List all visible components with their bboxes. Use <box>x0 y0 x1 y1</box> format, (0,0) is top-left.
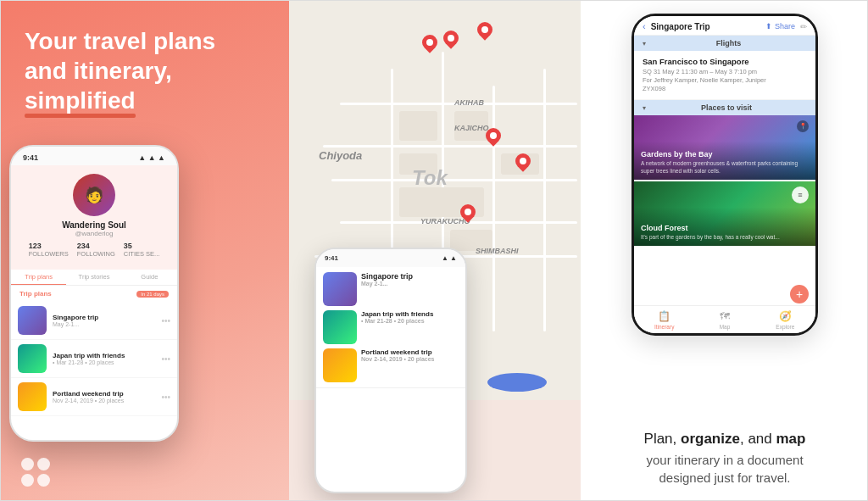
sub-line2: designed just for travel. <box>659 470 790 485</box>
trip-date-1: May 2-1... <box>53 321 155 327</box>
tagline-organize: organize <box>681 431 740 447</box>
place-pin-icon-1: 📍 <box>797 120 809 132</box>
phone-mockup-2: 9:41 ▲ ▲ Singapore trip May 2-1... Japan… <box>314 248 467 493</box>
trip-date-2: • Mar 21-28 • 20 places <box>53 359 155 365</box>
trip-name-1: Singapore trip <box>53 314 155 321</box>
phone2-trip-row: Singapore trip May 2-1... <box>323 272 459 306</box>
phone2-trip-info3: Portland weekend trip Nov 2-14, 2019 • 2… <box>361 348 435 382</box>
trip-info-2: Japan trip with friends • Mar 21-28 • 20… <box>53 352 155 365</box>
place-content-2: Cloud Forest It's part of the gardens by… <box>634 219 815 246</box>
trip-item-1[interactable]: Singapore trip May 2-1... ••• <box>11 302 177 340</box>
flight-ref: ZYX098 <box>643 85 807 92</box>
phone3-bottom-nav: 📋 Itinerary 🗺 Map 🧭 Explore <box>634 305 815 333</box>
phone2-trip-name2: Japan trip with friends <box>361 310 433 318</box>
phone2-trip-row3: Portland weekend trip Nov 2-14, 2019 • 2… <box>323 348 459 382</box>
logo-dot-3 <box>21 474 34 487</box>
headline-line2: and itinerary, <box>25 58 172 84</box>
trip-name-2: Japan trip with friends <box>53 352 155 359</box>
fab-button[interactable]: + <box>790 285 809 303</box>
phone2-trip-name3: Portland weekend trip <box>361 348 435 356</box>
headline-line3: simplified <box>25 86 136 115</box>
map-label-chiyoda: Chiyoda <box>319 149 362 162</box>
trip-date-3: Nov 2-14, 2019 • 20 places <box>53 398 155 404</box>
place-content-1: Gardens by the Bay A network of modern g… <box>634 145 815 180</box>
trip-name-3: Portland weekend trip <box>53 390 155 398</box>
phone3-container: ‹ Singapore Trip ⬆ Share ✏ ▾ Flights San… <box>581 1 868 340</box>
trip-info-3: Portland weekend trip Nov 2-14, 2019 • 2… <box>53 390 155 404</box>
cities-stat: 35 CITIES SE... <box>124 242 160 258</box>
edit-button[interactable]: ✏ <box>800 22 807 31</box>
phone-status-bar: 9:41 ▲ ▲ ▲ <box>11 147 177 165</box>
app-logo <box>21 458 52 487</box>
trip-item-3[interactable]: Portland weekend trip Nov 2-14, 2019 • 2… <box>11 378 177 416</box>
flights-chevron: ▾ <box>643 40 646 47</box>
tab-trip-plans[interactable]: Trip plans <box>11 270 66 285</box>
phone2-time: 9:41 <box>325 254 338 262</box>
explore-icon: 🧭 <box>779 310 792 322</box>
place-name-2: Cloud Forest <box>641 224 809 232</box>
share-button[interactable]: ⬆ Share <box>765 22 795 31</box>
phone2-trip-name: Singapore trip <box>361 272 413 281</box>
flight-code-date: SQ 31 May 2 11:30 am – May 3 7:10 pm <box>643 68 807 75</box>
phone2-trip-date3: Nov 2-14, 2019 • 20 places <box>361 356 435 362</box>
place-card-1[interactable]: 📍 Gardens by the Bay A network of modern… <box>634 115 815 181</box>
right-top: ‹ Singapore Trip ⬆ Share ✏ ▾ Flights San… <box>581 1 868 415</box>
share-icon: ⬆ <box>765 22 772 31</box>
flights-section-header: ▾ Flights <box>634 36 815 51</box>
map-pin-5 <box>514 153 532 177</box>
trip-dots-3: ••• <box>161 392 170 402</box>
followers-stat: 123 FOLLOWERS <box>29 242 69 258</box>
phone-time: 9:41 <box>23 153 38 162</box>
map-pin-3 <box>476 22 494 46</box>
nav-explore[interactable]: 🧭 Explore <box>755 310 815 330</box>
map-pin-6 <box>459 204 477 228</box>
tab-stories[interactable]: Trip stories <box>66 270 121 285</box>
phone-tabs: Trip plans Trip stories Guide <box>11 270 177 286</box>
road-v4 <box>543 69 546 331</box>
flight-passengers: For Jeffrey Kamper, Noelle Kamper, Junip… <box>643 76 807 84</box>
place-list-icon-2: ≡ <box>792 186 809 203</box>
flight-card[interactable]: San Francisco to Singapore SQ 31 May 2 1… <box>634 51 815 100</box>
place-desc-1: A network of modern greenhouses & waterf… <box>641 160 809 175</box>
sub-line1: your itinerary in a document <box>646 453 803 467</box>
back-button[interactable]: ‹ <box>643 21 646 31</box>
nav-map[interactable]: 🗺 Map <box>694 310 754 330</box>
phone-mockup-1: 9:41 ▲ ▲ ▲ 🧑 Wandering Soul @wanderlog 1… <box>9 145 179 442</box>
tagline-plan: Plan, <box>644 431 681 447</box>
phone2-trip-info2: Japan trip with friends • Mar 21-28 • 20… <box>361 310 433 344</box>
phone-username: Wandering Soul <box>62 220 126 230</box>
road-h3 <box>331 179 577 181</box>
map-label-shimbashi: SHIMBASHI <box>476 247 519 255</box>
nav-itinerary[interactable]: 📋 Itinerary <box>634 310 694 330</box>
sub-tagline: your itinerary in a document designed ju… <box>601 451 849 487</box>
phone2-content: Singapore trip May 2-1... Japan trip wit… <box>316 267 465 388</box>
map-pin-1 <box>420 35 439 58</box>
map-pin-4 <box>484 128 503 152</box>
phone2-trip-img2 <box>323 310 357 344</box>
nav-explore-label: Explore <box>776 324 794 330</box>
middle-panel: Chiyoda Tok SHIMBASHI YURAKUCHO KAJICHO … <box>289 1 581 501</box>
phone2-signals: ▲ ▲ <box>442 254 457 262</box>
headline: Your travel plans and itinerary, simplif… <box>25 26 265 115</box>
trips-badge: In 21 days <box>136 291 169 298</box>
flights-section-title: Flights <box>650 39 807 47</box>
place-card-2[interactable]: ≡ Cloud Forest It's part of the gardens … <box>634 181 815 248</box>
trip-info-1: Singapore trip May 2-1... <box>53 314 155 327</box>
phone2-trip-date: May 2-1... <box>361 281 413 287</box>
map-icon: 🗺 <box>720 310 730 322</box>
tagline-and: , and <box>740 431 776 447</box>
flight-title: San Francisco to Singapore <box>643 57 807 66</box>
places-section-header: ▾ Places to visit <box>634 100 815 115</box>
trip-item-2[interactable]: Japan trip with friends • Mar 21-28 • 20… <box>11 340 177 378</box>
phone-handle: @wanderlog <box>75 230 113 237</box>
itinerary-icon: 📋 <box>658 310 670 322</box>
logo-dot-1 <box>21 458 34 470</box>
nav-map-label: Map <box>720 324 731 330</box>
places-section-title: Places to visit <box>646 103 807 112</box>
phone3-header: ‹ Singapore Trip ⬆ Share ✏ <box>634 16 815 36</box>
phone-mockup-3: ‹ Singapore Trip ⬆ Share ✏ ▾ Flights San… <box>632 14 818 336</box>
tab-guide[interactable]: Guide <box>122 270 177 285</box>
phone-stats: 123 FOLLOWERS 234 FOLLOWING 35 CITIES SE… <box>29 242 160 258</box>
logo-dot-4 <box>37 474 50 487</box>
trip-thumb-2 <box>18 344 47 373</box>
